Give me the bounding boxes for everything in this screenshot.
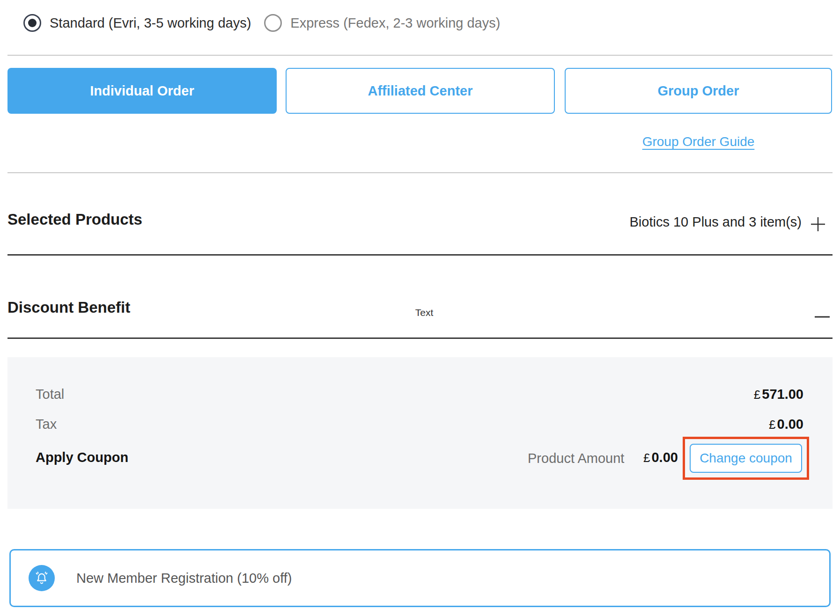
product-amount: 0.00: [651, 450, 678, 465]
tax-value: £0.00: [769, 417, 803, 432]
change-coupon-button[interactable]: Change coupon: [690, 444, 802, 473]
radio-button-icon[interactable]: [264, 14, 282, 32]
product-amount-value: £0.00: [643, 450, 678, 465]
promo-notification-bar[interactable]: New Member Registration (10% off): [9, 549, 831, 607]
radio-express-shipping[interactable]: Express (Fedex, 2-3 working days): [264, 14, 500, 32]
plus-icon[interactable]: [810, 216, 826, 232]
group-order-guide-link[interactable]: Group Order Guide: [565, 134, 832, 149]
promo-notification-text: New Member Registration (10% off): [76, 571, 292, 586]
minus-icon[interactable]: [815, 313, 830, 317]
radio-standard-label: Standard (Evri, 3-5 working days): [50, 15, 251, 31]
change-coupon-highlight-box: Change coupon: [683, 437, 809, 480]
total-label: Total: [36, 387, 64, 402]
tax-amount: 0.00: [777, 417, 803, 432]
tax-label: Tax: [36, 417, 57, 432]
divider: [7, 254, 833, 256]
tab-affiliated-center[interactable]: Affiliated Center: [286, 68, 555, 114]
divider: [7, 337, 833, 339]
bell-icon: [29, 565, 55, 591]
divider: [7, 55, 833, 56]
radio-standard-shipping[interactable]: Standard (Evri, 3-5 working days): [23, 14, 251, 32]
product-amount-label: Product Amount: [528, 451, 624, 466]
selected-products-title: Selected Products: [7, 211, 142, 228]
currency-symbol: £: [643, 451, 650, 465]
currency-symbol: £: [754, 388, 760, 402]
shipping-options: Standard (Evri, 3-5 working days) Expres…: [23, 14, 500, 32]
tab-individual-order[interactable]: Individual Order: [7, 68, 277, 114]
apply-coupon-label: Apply Coupon: [36, 450, 128, 465]
checkout-page: Standard (Evri, 3-5 working days) Expres…: [0, 0, 840, 616]
currency-symbol: £: [769, 418, 775, 432]
radio-express-label: Express (Fedex, 2-3 working days): [290, 15, 500, 31]
selected-products-summary: Biotics 10 Plus and 3 item(s): [630, 214, 802, 230]
total-value: £571.00: [754, 387, 803, 402]
order-summary-box: Total £571.00 Tax £0.00 Apply Coupon Pro…: [7, 357, 833, 509]
discount-benefit-title: Discount Benefit: [7, 299, 130, 316]
tab-group-order[interactable]: Group Order: [565, 68, 832, 114]
radio-button-icon[interactable]: [23, 14, 41, 32]
discount-center-label: Text: [402, 307, 447, 318]
total-amount: 571.00: [762, 387, 803, 402]
divider: [7, 172, 833, 173]
